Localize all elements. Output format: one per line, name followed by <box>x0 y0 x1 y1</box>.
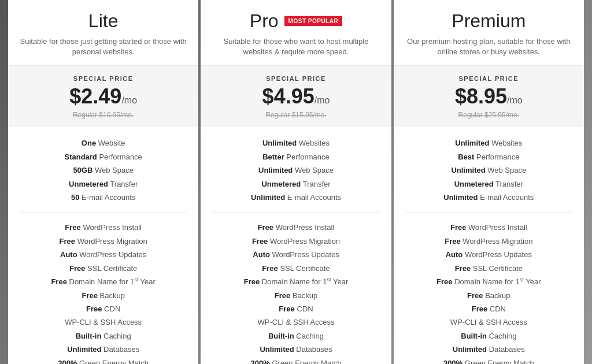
price-period-pro: /mo <box>314 95 330 105</box>
price-period-lite: /mo <box>121 95 137 105</box>
feature-item: Built-in Caching <box>212 329 379 343</box>
special-price-label-lite: SPECIAL PRICE <box>20 75 187 82</box>
feature-item: Free Domain Name for 1st Year <box>405 275 572 289</box>
feature-item: Better Performance <box>212 150 379 164</box>
feature-item: Free SSL Certificate <box>212 262 379 275</box>
plan-title-text-pro: Pro <box>250 10 279 32</box>
feature-item: WP-CLI & SSH Access <box>212 315 379 329</box>
feature-item: One Website <box>20 136 187 150</box>
feature-item: Auto WordPress Updates <box>20 248 187 261</box>
feature-item: 50 E-mail Accounts <box>20 191 187 204</box>
feature-item: Free WordPress Install <box>405 221 572 234</box>
feature-item: Free WordPress Migration <box>20 235 187 248</box>
feature-item: WP-CLI & SSH Access <box>405 315 572 329</box>
feature-group2-premium: Free WordPress InstallFree WordPress Mig… <box>405 212 572 364</box>
plan-title-text-premium: Premium <box>452 10 526 32</box>
feature-item: Free Backup <box>405 289 572 302</box>
feature-item: Free SSL Certificate <box>405 262 572 275</box>
feature-item: Free CDN <box>212 302 379 315</box>
feature-item: Best Performance <box>405 150 572 164</box>
feature-item: Standard Performance <box>20 150 187 164</box>
feature-item: Unlimited Web Space <box>212 164 379 177</box>
plan-title-lite: Lite <box>20 10 187 32</box>
special-price-label-premium: SPECIAL PRICE <box>405 75 572 82</box>
plan-features-premium: Unlimited WebsitesBest PerformanceUnlimi… <box>394 127 584 364</box>
feature-item: Built-in Caching <box>405 329 572 343</box>
price-regular-premium: Regular $25.95/mo. <box>405 111 572 119</box>
plan-desc-premium: Our premium hosting plan, suitable for t… <box>405 36 572 57</box>
feature-item: Unlimited Databases <box>212 343 379 356</box>
feature-item: Unlimited Web Space <box>405 164 572 177</box>
feature-item: Unlimited E-mail Accounts <box>212 191 379 204</box>
feature-item: Free Domain Name for 1st Year <box>20 275 187 289</box>
feature-group1-premium: Unlimited WebsitesBest PerformanceUnlimi… <box>405 136 572 204</box>
feature-item: Free SSL Certificate <box>20 262 187 275</box>
feature-item: 300% Green Energy Match <box>212 356 379 364</box>
feature-item: Unlimited Databases <box>405 343 572 356</box>
feature-group1-pro: Unlimited WebsitesBetter PerformanceUnli… <box>212 136 379 204</box>
price-period-premium: /mo <box>507 95 523 105</box>
feature-item: Free Domain Name for 1st Year <box>212 275 379 289</box>
feature-item: Unlimited E-mail Accounts <box>405 191 572 204</box>
plan-pricing-lite: SPECIAL PRICE$2.49/moRegular $10.95/mo. <box>8 66 198 127</box>
plan-pricing-pro: SPECIAL PRICE$4.95/moRegular $15.95/mo. <box>201 66 391 127</box>
feature-item: Unlimited Databases <box>20 343 187 356</box>
feature-item: Free Backup <box>212 289 379 302</box>
plan-col-pro: ProMOST POPULARSuitable for those who wa… <box>201 0 391 364</box>
feature-item: Unlimited Websites <box>212 136 379 150</box>
feature-group2-pro: Free WordPress InstallFree WordPress Mig… <box>212 212 379 364</box>
plan-title-premium: Premium <box>405 10 572 32</box>
feature-item: Built-in Caching <box>20 329 187 343</box>
plan-title-pro: ProMOST POPULAR <box>212 10 379 32</box>
feature-item: WP-CLI & SSH Access <box>20 315 187 329</box>
feature-item: Free WordPress Migration <box>212 235 379 248</box>
plan-header-pro: ProMOST POPULARSuitable for those who wa… <box>201 0 391 66</box>
feature-item: Free WordPress Install <box>20 221 187 234</box>
feature-item: Auto WordPress Updates <box>405 248 572 261</box>
plan-features-pro: Unlimited WebsitesBetter PerformanceUnli… <box>201 127 391 364</box>
feature-group2-lite: Free WordPress InstallFree WordPress Mig… <box>20 212 187 364</box>
special-price-label-pro: SPECIAL PRICE <box>212 75 379 82</box>
plan-desc-lite: Suitable for those just getting started … <box>20 36 187 57</box>
price-main-premium: $8.95/mo <box>405 84 572 109</box>
price-main-lite: $2.49/mo <box>20 84 187 109</box>
feature-item: Unmetered Transfer <box>212 177 379 191</box>
feature-item: Unmetered Transfer <box>20 177 187 191</box>
price-main-pro: $4.95/mo <box>212 84 379 109</box>
feature-item: Free Backup <box>20 289 187 302</box>
feature-item: Unmetered Transfer <box>405 177 572 191</box>
feature-item: Free CDN <box>20 302 187 315</box>
feature-item: 50GB Web Space <box>20 164 187 177</box>
feature-item: Auto WordPress Updates <box>212 248 379 261</box>
price-regular-lite: Regular $10.95/mo. <box>20 111 187 119</box>
plan-col-lite: LiteSuitable for those just getting star… <box>8 0 198 364</box>
price-regular-pro: Regular $15.95/mo. <box>212 111 379 119</box>
feature-item: Free CDN <box>405 302 572 315</box>
plan-header-lite: LiteSuitable for those just getting star… <box>8 0 198 66</box>
most-popular-badge: MOST POPULAR <box>284 16 343 26</box>
pricing-container: LiteSuitable for those just getting star… <box>7 0 585 364</box>
feature-item: 300% Green Energy Match <box>405 356 572 364</box>
plan-features-lite: One WebsiteStandard Performance50GB Web … <box>8 127 198 364</box>
plan-pricing-premium: SPECIAL PRICE$8.95/moRegular $25.95/mo. <box>394 66 584 127</box>
feature-item: Free WordPress Install <box>212 221 379 234</box>
plan-title-text-lite: Lite <box>88 10 119 32</box>
feature-group1-lite: One WebsiteStandard Performance50GB Web … <box>20 136 187 204</box>
feature-item: 300% Green Energy Match <box>20 356 187 364</box>
feature-item: Free WordPress Migration <box>405 235 572 248</box>
plan-col-premium: PremiumOur premium hosting plan, suitabl… <box>394 0 584 364</box>
plan-header-premium: PremiumOur premium hosting plan, suitabl… <box>394 0 584 66</box>
feature-item: Unlimited Websites <box>405 136 572 150</box>
plan-desc-pro: Suitable for those who want to host mult… <box>212 36 379 57</box>
